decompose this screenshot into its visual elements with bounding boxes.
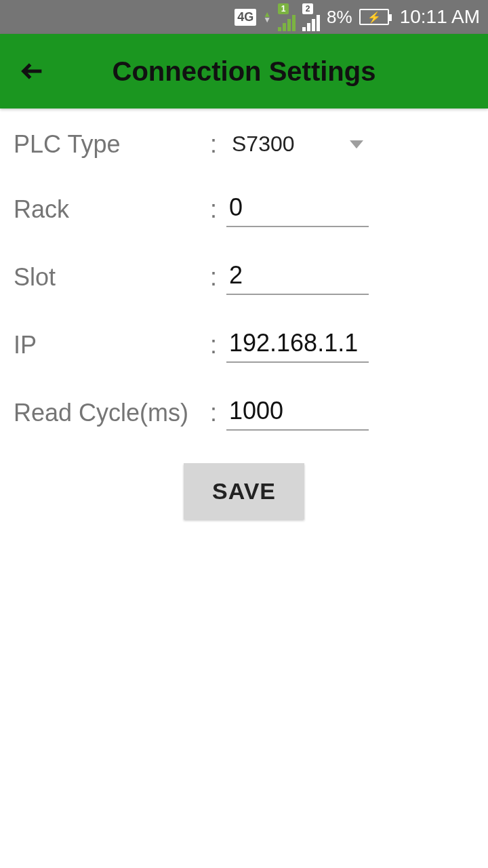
label-slot: Slot: [14, 263, 210, 292]
colon: :: [210, 331, 226, 359]
connection-form: PLC Type : S7300 Rack : Slot : IP : Read…: [0, 108, 488, 540]
status-bar: 4G ▲▼ 1 2 8% ⚡ 10:11 AM: [0, 0, 488, 34]
label-rack: Rack: [14, 195, 210, 224]
signal-sim2: 2: [302, 3, 320, 31]
data-arrows-icon: ▲▼: [263, 12, 271, 22]
read-cycle-input[interactable]: [226, 395, 369, 431]
slot-input[interactable]: [226, 260, 369, 295]
colon: :: [210, 130, 226, 159]
label-plc-type: PLC Type: [14, 130, 210, 159]
plc-type-value: S7300: [232, 132, 295, 157]
sim1-badge: 1: [278, 3, 289, 14]
row-ip: IP :: [14, 328, 474, 363]
label-read-cycle: Read Cycle(ms): [14, 399, 210, 427]
battery-charging-icon: ⚡: [359, 9, 389, 25]
row-rack: Rack :: [14, 192, 474, 227]
sim2-badge: 2: [302, 3, 313, 14]
chevron-down-icon: [350, 132, 363, 157]
network-type-badge: 4G: [235, 9, 256, 26]
save-row: SAVE: [14, 463, 474, 519]
colon: :: [210, 399, 226, 427]
row-slot: Slot :: [14, 260, 474, 295]
battery-percent: 8%: [327, 7, 352, 28]
save-button[interactable]: SAVE: [184, 463, 304, 519]
signal-sim1: 1: [278, 3, 296, 31]
rack-input[interactable]: [226, 192, 369, 227]
row-plc-type: PLC Type : S7300: [14, 129, 474, 159]
arrow-left-icon: [19, 58, 46, 85]
app-bar: Connection Settings: [0, 34, 488, 108]
colon: :: [210, 195, 226, 224]
ip-input[interactable]: [226, 328, 369, 363]
colon: :: [210, 263, 226, 292]
page-title: Connection Settings: [54, 56, 434, 87]
back-button[interactable]: [11, 50, 54, 93]
clock: 10:11 AM: [400, 6, 480, 28]
label-ip: IP: [14, 331, 210, 359]
row-read-cycle: Read Cycle(ms) :: [14, 395, 474, 431]
plc-type-select[interactable]: S7300: [226, 129, 369, 159]
